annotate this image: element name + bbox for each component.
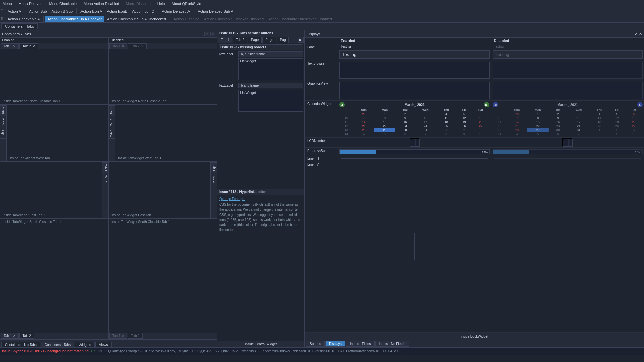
north-tab-1-enabled[interactable]: Tab 1 ✕: [1, 43, 19, 49]
tab-containers-tabs[interactable]: Containers - Tabs: [1, 23, 38, 29]
cal-w5-mon-today[interactable]: 29: [374, 128, 396, 132]
menu-item-menu[interactable]: Menu: [1, 1, 13, 6]
cal-w6-sun[interactable]: 4: [354, 132, 374, 136]
cal-w3-wed[interactable]: 17: [415, 120, 436, 124]
left-panel-close-icon[interactable]: ✕: [210, 32, 215, 36]
east-tab-2[interactable]: Tab 2: [102, 174, 108, 184]
cal-w3-thu[interactable]: 18: [436, 120, 456, 124]
cal-w1-mon[interactable]: 1: [374, 112, 396, 116]
left-panel-float-icon[interactable]: ⤢: [204, 32, 209, 36]
cal-w6-wed[interactable]: 7: [415, 132, 436, 136]
cal-w5-sat[interactable]: 3: [472, 128, 490, 132]
issue-115-tab-1[interactable]: Tab 1: [218, 37, 232, 43]
cal-w6-thu[interactable]: 8: [436, 132, 456, 136]
cal-w2-mon[interactable]: 8: [374, 116, 396, 120]
nav-btn-inputs-no-fields[interactable]: Inputs - No Fields: [375, 341, 409, 347]
north-tab-1-close[interactable]: ✕: [13, 44, 16, 48]
action-icon-a-button[interactable]: Action Icon A: [78, 9, 104, 14]
nav-btn-displays[interactable]: Displays: [325, 341, 345, 347]
issue-115-tab-4[interactable]: Page: [262, 37, 276, 43]
nav-btn-inputs-fields[interactable]: Inputs - Fields: [346, 341, 375, 347]
action-checkable-a-button[interactable]: Action Checkable A: [6, 16, 42, 22]
action-icon-b-button[interactable]: Action IconB: [105, 9, 129, 14]
right-panel: Displays ⤢ ✕ Enabled Disabled Label Test…: [305, 30, 644, 347]
menu-item-delayed[interactable]: Menu Delayed: [17, 1, 44, 6]
cal-w5-wed[interactable]: 31: [415, 128, 436, 132]
menu-item-action-disabled[interactable]: Menu Action Disabled: [82, 1, 120, 6]
north-tab-2-enabled[interactable]: Tab 2 ✕: [19, 43, 38, 49]
east-disabled-cell: Inside TabWidget East Tab 1 Tab 1 Tab 2: [109, 162, 217, 218]
south-tab-1[interactable]: Tab 1 ✕: [1, 333, 19, 339]
cal-w5-thu[interactable]: 1: [436, 128, 456, 132]
cal-w1-wed[interactable]: 3: [415, 112, 436, 116]
cal-w6-sat[interactable]: 10: [472, 132, 490, 136]
nav-btn-buttons[interactable]: Buttons: [306, 341, 325, 347]
east-tab-1[interactable]: Tab 1: [102, 162, 108, 173]
cal-w3-fri[interactable]: 19: [456, 120, 472, 124]
action-sub-1-button[interactable]: Action Sub: [27, 9, 49, 14]
action-delayed-sub-button[interactable]: Action Delayed Sub A: [196, 9, 235, 14]
cal-w4-sat[interactable]: 27: [472, 124, 490, 128]
cal-w2-tue[interactable]: 9: [395, 116, 414, 120]
cal-w5-fri[interactable]: 2: [456, 128, 472, 132]
cal-w4-tue[interactable]: 23: [395, 124, 414, 128]
hyperlink-example[interactable]: Qyarqle Example: [219, 197, 302, 201]
south-tab-2[interactable]: Tab 2: [19, 333, 34, 339]
cal-w2-thu[interactable]: 11: [436, 116, 456, 120]
cal-w1-sun[interactable]: 28: [354, 112, 374, 116]
menu-item-help[interactable]: Help: [156, 1, 166, 6]
cal-w1-tue[interactable]: 2: [395, 112, 414, 116]
bottom-tab-widgets[interactable]: Widgets: [75, 342, 95, 347]
menu-item-checkable[interactable]: Menu Checkable: [48, 1, 78, 6]
cal-w4-sun[interactable]: 21: [354, 124, 374, 128]
right-panel-close-icon[interactable]: ✕: [639, 32, 642, 36]
menu-item-disabled[interactable]: Menu Disabled: [124, 1, 152, 6]
cal-w2-wed[interactable]: 10: [415, 116, 436, 120]
bottom-tab-no-tabs[interactable]: Containers - No Tabs: [1, 342, 40, 347]
cal-w5-sun[interactable]: 28: [354, 128, 374, 132]
cal-enabled-next[interactable]: ▶: [484, 102, 489, 107]
cal-w2-fri[interactable]: 12: [456, 116, 472, 120]
cal-w5-tue[interactable]: 30: [395, 128, 414, 132]
action-checkable-sub-unchecked-button[interactable]: Action Checkable Sub A Unchecked: [105, 16, 168, 22]
bottom-tab-views[interactable]: Views: [95, 342, 112, 347]
north-tab-2-close[interactable]: ✕: [32, 44, 35, 48]
cal-w2-sat[interactable]: 13: [472, 116, 490, 120]
issue-115-tab-5[interactable]: Pag: [277, 37, 289, 43]
list-widget-1[interactable]: ListWidget: [238, 58, 303, 80]
cal-w6-mon[interactable]: 5: [374, 132, 396, 136]
cal-w1-thu[interactable]: 4: [436, 112, 456, 116]
cal-w6-tue[interactable]: 6: [395, 132, 414, 136]
cal-w3-sun[interactable]: 14: [354, 120, 374, 124]
west-tab-2[interactable]: Tab 2: [0, 117, 6, 127]
cal-w3-mon[interactable]: 15: [374, 120, 396, 124]
west-tab-3[interactable]: Tab 3: [0, 128, 6, 139]
cal-w4-fri[interactable]: 26: [456, 124, 472, 128]
action-a-button[interactable]: Action A: [6, 9, 23, 14]
graphics-view-enabled-box[interactable]: [339, 82, 490, 99]
text-browser-enabled-box[interactable]: [339, 62, 490, 79]
bottom-tab-tabs[interactable]: Containers - Tabs: [41, 342, 74, 347]
cal-enabled-prev[interactable]: ◀: [339, 102, 345, 107]
south-tab-1-close[interactable]: ✕: [13, 334, 16, 338]
cal-w6-fri[interactable]: 9: [456, 132, 472, 136]
cal-w1-sat[interactable]: 6: [472, 112, 490, 116]
cal-w4-mon[interactable]: 22: [374, 124, 396, 128]
issue-115-scroll-btn[interactable]: ▶: [298, 37, 304, 43]
west-tab-1[interactable]: Tab 1: [0, 105, 6, 116]
cal-w4-thu[interactable]: 25: [436, 124, 456, 128]
right-panel-float-icon[interactable]: ⤢: [635, 32, 638, 36]
menu-item-about[interactable]: About QDarkStyle: [170, 1, 202, 6]
action-checkable-sub-checked-button[interactable]: Action Checkable Sub A Checked: [45, 16, 104, 22]
cal-w4-wed[interactable]: 24: [415, 124, 436, 128]
list-widget-2[interactable]: ListWidget: [238, 90, 303, 112]
cal-w3-tue[interactable]: 16: [395, 120, 414, 124]
issue-115-tab-2[interactable]: Tab 2: [233, 37, 247, 43]
cal-w2-sun[interactable]: 7: [354, 116, 374, 120]
cal-w3-sat[interactable]: 20: [472, 120, 490, 124]
action-icon-c-button[interactable]: Action Icon C: [130, 9, 156, 14]
action-delayed-a-button[interactable]: Action Delayed A: [160, 9, 192, 14]
cal-w1-fri[interactable]: 5: [456, 112, 472, 116]
issue-115-tab-3[interactable]: Page: [248, 37, 262, 43]
action-b-sub-button[interactable]: Action B Sub: [50, 9, 75, 14]
